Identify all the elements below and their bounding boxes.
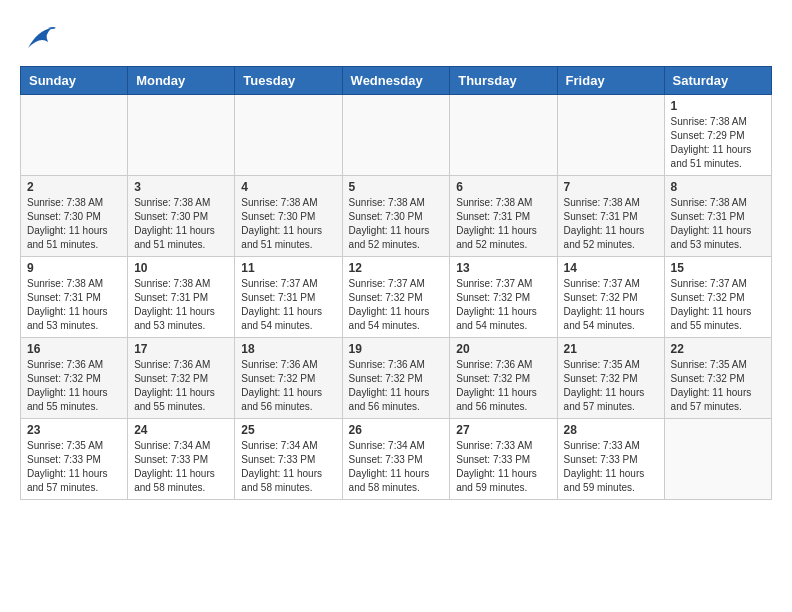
col-header-friday: Friday bbox=[557, 67, 664, 95]
calendar-cell: 6Sunrise: 7:38 AM Sunset: 7:31 PM Daylig… bbox=[450, 176, 557, 257]
day-detail: Sunrise: 7:34 AM Sunset: 7:33 PM Dayligh… bbox=[241, 439, 335, 495]
day-detail: Sunrise: 7:37 AM Sunset: 7:32 PM Dayligh… bbox=[349, 277, 444, 333]
calendar-week-3: 9Sunrise: 7:38 AM Sunset: 7:31 PM Daylig… bbox=[21, 257, 772, 338]
day-number: 25 bbox=[241, 423, 335, 437]
day-number: 9 bbox=[27, 261, 121, 275]
day-number: 4 bbox=[241, 180, 335, 194]
day-number: 22 bbox=[671, 342, 765, 356]
calendar-cell: 25Sunrise: 7:34 AM Sunset: 7:33 PM Dayli… bbox=[235, 419, 342, 500]
day-detail: Sunrise: 7:37 AM Sunset: 7:32 PM Dayligh… bbox=[671, 277, 765, 333]
day-detail: Sunrise: 7:38 AM Sunset: 7:30 PM Dayligh… bbox=[27, 196, 121, 252]
day-number: 13 bbox=[456, 261, 550, 275]
day-number: 15 bbox=[671, 261, 765, 275]
day-detail: Sunrise: 7:37 AM Sunset: 7:32 PM Dayligh… bbox=[564, 277, 658, 333]
day-detail: Sunrise: 7:36 AM Sunset: 7:32 PM Dayligh… bbox=[241, 358, 335, 414]
day-number: 16 bbox=[27, 342, 121, 356]
calendar-cell: 1Sunrise: 7:38 AM Sunset: 7:29 PM Daylig… bbox=[664, 95, 771, 176]
col-header-thursday: Thursday bbox=[450, 67, 557, 95]
day-detail: Sunrise: 7:38 AM Sunset: 7:31 PM Dayligh… bbox=[134, 277, 228, 333]
calendar-cell: 7Sunrise: 7:38 AM Sunset: 7:31 PM Daylig… bbox=[557, 176, 664, 257]
day-number: 7 bbox=[564, 180, 658, 194]
day-detail: Sunrise: 7:36 AM Sunset: 7:32 PM Dayligh… bbox=[349, 358, 444, 414]
day-number: 28 bbox=[564, 423, 658, 437]
day-detail: Sunrise: 7:37 AM Sunset: 7:32 PM Dayligh… bbox=[456, 277, 550, 333]
day-detail: Sunrise: 7:36 AM Sunset: 7:32 PM Dayligh… bbox=[456, 358, 550, 414]
day-number: 1 bbox=[671, 99, 765, 113]
day-number: 24 bbox=[134, 423, 228, 437]
calendar-cell: 13Sunrise: 7:37 AM Sunset: 7:32 PM Dayli… bbox=[450, 257, 557, 338]
day-number: 2 bbox=[27, 180, 121, 194]
calendar-cell: 8Sunrise: 7:38 AM Sunset: 7:31 PM Daylig… bbox=[664, 176, 771, 257]
calendar-cell: 11Sunrise: 7:37 AM Sunset: 7:31 PM Dayli… bbox=[235, 257, 342, 338]
day-number: 18 bbox=[241, 342, 335, 356]
day-number: 6 bbox=[456, 180, 550, 194]
calendar-cell: 22Sunrise: 7:35 AM Sunset: 7:32 PM Dayli… bbox=[664, 338, 771, 419]
calendar-cell bbox=[450, 95, 557, 176]
day-detail: Sunrise: 7:36 AM Sunset: 7:32 PM Dayligh… bbox=[134, 358, 228, 414]
calendar-week-4: 16Sunrise: 7:36 AM Sunset: 7:32 PM Dayli… bbox=[21, 338, 772, 419]
calendar-cell bbox=[235, 95, 342, 176]
day-detail: Sunrise: 7:34 AM Sunset: 7:33 PM Dayligh… bbox=[349, 439, 444, 495]
logo-icon bbox=[20, 20, 56, 56]
col-header-wednesday: Wednesday bbox=[342, 67, 450, 95]
day-detail: Sunrise: 7:38 AM Sunset: 7:31 PM Dayligh… bbox=[564, 196, 658, 252]
page-header bbox=[20, 20, 772, 56]
calendar-cell bbox=[342, 95, 450, 176]
day-detail: Sunrise: 7:33 AM Sunset: 7:33 PM Dayligh… bbox=[564, 439, 658, 495]
day-detail: Sunrise: 7:35 AM Sunset: 7:33 PM Dayligh… bbox=[27, 439, 121, 495]
calendar-cell: 4Sunrise: 7:38 AM Sunset: 7:30 PM Daylig… bbox=[235, 176, 342, 257]
day-detail: Sunrise: 7:36 AM Sunset: 7:32 PM Dayligh… bbox=[27, 358, 121, 414]
day-detail: Sunrise: 7:38 AM Sunset: 7:30 PM Dayligh… bbox=[241, 196, 335, 252]
col-header-saturday: Saturday bbox=[664, 67, 771, 95]
calendar-cell: 28Sunrise: 7:33 AM Sunset: 7:33 PM Dayli… bbox=[557, 419, 664, 500]
calendar-cell: 15Sunrise: 7:37 AM Sunset: 7:32 PM Dayli… bbox=[664, 257, 771, 338]
day-number: 20 bbox=[456, 342, 550, 356]
day-detail: Sunrise: 7:38 AM Sunset: 7:31 PM Dayligh… bbox=[456, 196, 550, 252]
day-number: 8 bbox=[671, 180, 765, 194]
calendar-week-1: 1Sunrise: 7:38 AM Sunset: 7:29 PM Daylig… bbox=[21, 95, 772, 176]
day-number: 27 bbox=[456, 423, 550, 437]
day-number: 14 bbox=[564, 261, 658, 275]
calendar-cell bbox=[21, 95, 128, 176]
calendar-cell: 14Sunrise: 7:37 AM Sunset: 7:32 PM Dayli… bbox=[557, 257, 664, 338]
day-number: 11 bbox=[241, 261, 335, 275]
calendar-cell bbox=[128, 95, 235, 176]
calendar-cell: 16Sunrise: 7:36 AM Sunset: 7:32 PM Dayli… bbox=[21, 338, 128, 419]
calendar-week-5: 23Sunrise: 7:35 AM Sunset: 7:33 PM Dayli… bbox=[21, 419, 772, 500]
col-header-sunday: Sunday bbox=[21, 67, 128, 95]
calendar-cell: 17Sunrise: 7:36 AM Sunset: 7:32 PM Dayli… bbox=[128, 338, 235, 419]
day-detail: Sunrise: 7:38 AM Sunset: 7:31 PM Dayligh… bbox=[671, 196, 765, 252]
calendar-cell bbox=[557, 95, 664, 176]
calendar-cell: 21Sunrise: 7:35 AM Sunset: 7:32 PM Dayli… bbox=[557, 338, 664, 419]
calendar-week-2: 2Sunrise: 7:38 AM Sunset: 7:30 PM Daylig… bbox=[21, 176, 772, 257]
calendar-cell: 10Sunrise: 7:38 AM Sunset: 7:31 PM Dayli… bbox=[128, 257, 235, 338]
day-number: 19 bbox=[349, 342, 444, 356]
calendar-cell: 20Sunrise: 7:36 AM Sunset: 7:32 PM Dayli… bbox=[450, 338, 557, 419]
calendar-cell: 24Sunrise: 7:34 AM Sunset: 7:33 PM Dayli… bbox=[128, 419, 235, 500]
calendar-cell: 3Sunrise: 7:38 AM Sunset: 7:30 PM Daylig… bbox=[128, 176, 235, 257]
calendar-cell: 2Sunrise: 7:38 AM Sunset: 7:30 PM Daylig… bbox=[21, 176, 128, 257]
day-detail: Sunrise: 7:38 AM Sunset: 7:29 PM Dayligh… bbox=[671, 115, 765, 171]
day-detail: Sunrise: 7:38 AM Sunset: 7:30 PM Dayligh… bbox=[134, 196, 228, 252]
calendar-cell: 26Sunrise: 7:34 AM Sunset: 7:33 PM Dayli… bbox=[342, 419, 450, 500]
day-detail: Sunrise: 7:37 AM Sunset: 7:31 PM Dayligh… bbox=[241, 277, 335, 333]
calendar-cell: 5Sunrise: 7:38 AM Sunset: 7:30 PM Daylig… bbox=[342, 176, 450, 257]
calendar-cell: 19Sunrise: 7:36 AM Sunset: 7:32 PM Dayli… bbox=[342, 338, 450, 419]
col-header-monday: Monday bbox=[128, 67, 235, 95]
calendar-cell: 27Sunrise: 7:33 AM Sunset: 7:33 PM Dayli… bbox=[450, 419, 557, 500]
day-detail: Sunrise: 7:34 AM Sunset: 7:33 PM Dayligh… bbox=[134, 439, 228, 495]
day-detail: Sunrise: 7:38 AM Sunset: 7:31 PM Dayligh… bbox=[27, 277, 121, 333]
day-number: 10 bbox=[134, 261, 228, 275]
calendar-cell: 18Sunrise: 7:36 AM Sunset: 7:32 PM Dayli… bbox=[235, 338, 342, 419]
day-number: 3 bbox=[134, 180, 228, 194]
calendar-cell: 23Sunrise: 7:35 AM Sunset: 7:33 PM Dayli… bbox=[21, 419, 128, 500]
day-detail: Sunrise: 7:38 AM Sunset: 7:30 PM Dayligh… bbox=[349, 196, 444, 252]
day-number: 26 bbox=[349, 423, 444, 437]
calendar-cell bbox=[664, 419, 771, 500]
calendar-cell: 12Sunrise: 7:37 AM Sunset: 7:32 PM Dayli… bbox=[342, 257, 450, 338]
day-number: 21 bbox=[564, 342, 658, 356]
day-detail: Sunrise: 7:33 AM Sunset: 7:33 PM Dayligh… bbox=[456, 439, 550, 495]
calendar-header-row: SundayMondayTuesdayWednesdayThursdayFrid… bbox=[21, 67, 772, 95]
day-number: 17 bbox=[134, 342, 228, 356]
col-header-tuesday: Tuesday bbox=[235, 67, 342, 95]
